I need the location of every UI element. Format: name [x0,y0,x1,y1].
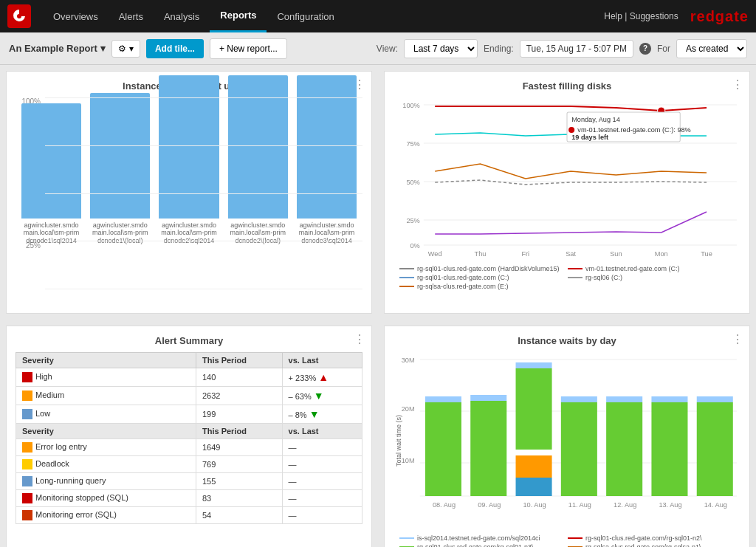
help-link[interactable]: Help | Suggestions [604,11,678,21]
bar-group-5: agwincluster.smdomain.local\sm-primdcnod… [297,75,357,245]
waits-bar-4-green [561,402,597,496]
for-select[interactable]: As created [676,39,747,58]
nav-analysis[interactable]: Analysis [154,0,210,32]
bar-label-1: agwincluster.smdomain.local\sm-primdcnod… [24,221,80,245]
svg-text:Total wait time (s): Total wait time (s) [395,415,402,467]
bar-1 [21,103,81,219]
trend-up-icon: ▲ [318,371,329,383]
waits-bar-2-green [470,401,506,496]
error-log-color-box [22,442,32,453]
tile3-menu[interactable]: ⋮ [354,332,365,346]
waits-bar-2-blue [470,395,506,401]
report-selector[interactable]: An Example Report ▾ [9,43,106,54]
type-row-deadlock: Deadlock 769 — [16,456,362,473]
long-running-color-box [22,476,32,486]
low-color-box [22,409,32,419]
severity-col-header: Severity [16,353,196,368]
main-content: Instances with lowest uptime ⋮ 100% 75% … [0,65,756,547]
gear-icon: ⚙ [118,44,126,54]
svg-text:19 days left: 19 days left [571,134,608,141]
trend-down-icon-2: ▼ [309,408,320,420]
for-info-icon[interactable]: ? [639,43,651,55]
new-report-button[interactable]: + New report... [210,38,287,59]
waits-bar-3-blue [516,362,552,368]
type-col-header: Severity [16,424,196,439]
type-section-header: Severity This Period vs. Last [16,424,362,439]
svg-text:13. Aug: 13. Aug [659,501,681,509]
svg-text:11. Aug: 11. Aug [568,501,591,509]
svg-text:Fri: Fri [521,250,529,258]
svg-text:14. Aug: 14. Aug [704,501,727,509]
bar-3 [159,75,219,219]
svg-text:0%: 0% [410,242,419,250]
line-chart-svg: 100% 75% 50% 25% 0% Wed Thu Fri Sat Sun … [394,97,740,260]
waits-bar-1-blue [425,396,461,402]
bar-group-4: agwincluster.smdomain.local\sm-primdcnod… [228,75,288,245]
bar-label-4: agwincluster.smdomain.local\sm-primdcnod… [230,221,286,245]
waits-bar-3-green [516,368,552,450]
tile4-menu[interactable]: ⋮ [732,332,743,346]
waits-bar-1-green [425,402,461,496]
type-period-header: This Period [196,424,282,439]
nav-configuration[interactable]: Configuration [267,0,344,32]
type-row-long-running: Long-running query 155 — [16,473,362,490]
tile-fastest-filling-disks: Fastest filling disks ⋮ 100% 75% 50% 25%… [384,71,750,314]
dropdown-arrow-icon: ▾ [100,43,106,54]
nav-overviews[interactable]: Overviews [43,0,109,32]
bar-chart: 100% 75% 50% 25% [16,97,362,304]
bar-5 [297,75,357,219]
svg-point-21 [568,127,574,133]
tile-instance-waits: Instance waits by day ⋮ 30M 20M 10M Tota… [384,326,750,547]
medium-color-box [22,391,32,401]
gear-button[interactable]: ⚙ ▾ [111,40,140,58]
bar-4 [228,75,288,219]
nav-reports[interactable]: Reports [210,0,267,32]
tile4-title: Instance waits by day [394,335,740,346]
add-tile-button[interactable]: Add tile... [146,39,204,58]
waits-legend-4: rg-sqlsa-clus.red-gate.com/rg-sqlsa-n1\ [568,543,735,547]
waits-bar-6-blue [651,396,687,402]
waits-bar-6-green [651,402,687,496]
waits-bar-5-green [606,402,642,496]
tile2-title: Fastest filling disks [394,80,740,92]
type-row-monitoring-stopped: Monitoring stopped (SQL) 83 — [16,490,362,507]
svg-text:100%: 100% [402,102,419,109]
svg-text:10. Aug: 10. Aug [523,501,546,509]
monitoring-stopped-color-box [22,493,32,503]
tile3-title: Alert Summary [16,335,362,346]
stacked-chart-area: 30M 20M 10M Total wait time (s) 22,359,1… [394,352,740,547]
ending-label: Ending: [484,44,514,54]
waits-bar-7-blue [697,396,733,402]
waits-legend-2: rg-sql01-clus.red-gate.com/rg-sql01-n2\ [568,534,735,542]
stacked-chart-svg: 30M 20M 10M Total wait time (s) 22,359,1… [394,352,740,529]
severity-row-medium: Medium 2632 – 63% ▼ [16,387,362,405]
brand-logo [7,4,31,28]
severity-row-high: High 140 + 233% ▲ [16,368,362,387]
tile-alert-summary: Alert Summary ⋮ Severity This Period vs.… [6,326,372,547]
waits-bar-4-blue [561,396,597,402]
view-select[interactable]: Last 7 days [404,39,478,58]
view-label: View: [377,44,398,54]
svg-text:Mon: Mon [655,250,668,258]
waits-bar-7-green [697,402,733,496]
svg-text:12. Aug: 12. Aug [614,501,636,509]
trend-down-icon-1: ▼ [314,390,324,402]
svg-text:Thu: Thu [475,250,487,258]
waits-bar-5-blue [606,396,642,402]
waits-bar-3-orange [516,455,552,478]
nav-alerts[interactable]: Alerts [109,0,154,32]
monitoring-error-color-box [22,510,32,520]
gear-dropdown-icon: ▾ [129,44,134,54]
toolbar: An Example Report ▾ ⚙ ▾ Add tile... + Ne… [0,32,756,65]
svg-text:Sun: Sun [610,250,622,258]
svg-text:vm-01.testnet.red-gate.com (C:: vm-01.testnet.red-gate.com (C:): 98% [577,126,690,134]
ending-value: Tue, 15 Aug 17 - 5:07 PM [520,40,633,58]
type-row-monitoring-error: Monitoring error (SQL) 54 — [16,507,362,524]
severity-row-low: Low 199 – 8% ▼ [16,405,362,424]
bar-label-3: agwincluster.smdomain.local\sm-primdcnod… [161,221,217,245]
bar-group-2: agwincluster.smdomain.local\sm-primdcnod… [90,93,150,245]
toolbar-right: View: Last 7 days Ending: Tue, 15 Aug 17… [377,39,747,58]
svg-text:08. Aug: 08. Aug [433,501,456,509]
svg-text:10M: 10M [402,457,415,464]
tile2-menu[interactable]: ⋮ [732,78,743,92]
